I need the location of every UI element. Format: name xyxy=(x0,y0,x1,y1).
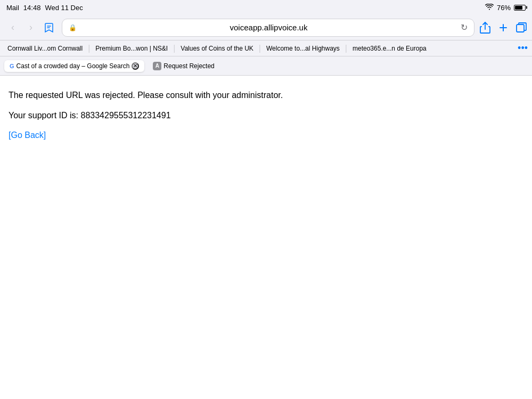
google-icon: G xyxy=(10,63,14,69)
reload-button[interactable]: ↻ xyxy=(461,22,468,32)
tab-label-search: Cast of a crowded day – Google Search xyxy=(17,62,130,70)
forward-button[interactable]: › xyxy=(23,20,38,35)
go-back-link[interactable]: [Go Back] xyxy=(9,131,46,140)
bookmark-coins[interactable]: Values of Coins of the UK xyxy=(177,44,257,53)
svg-rect-0 xyxy=(517,25,524,32)
bookmark-highways[interactable]: Welcome to...al Highways xyxy=(263,44,343,53)
a-badge-icon: A xyxy=(153,62,161,70)
browser-toolbar: ‹ › 🔒 voiceapp.allipvoice.uk ↻ xyxy=(0,15,532,40)
rejection-message: The requested URL was rejected. Please c… xyxy=(9,88,523,102)
page-content: The requested URL was rejected. Please c… xyxy=(0,76,532,161)
more-bookmarks-button[interactable]: ••• xyxy=(518,43,528,54)
support-id-value: 8833429555312231491 xyxy=(80,111,170,120)
tab-label-rejected: Request Rejected xyxy=(163,62,214,70)
bookmark-cornwall[interactable]: Cornwall Liv...om Cornwall xyxy=(4,44,86,53)
tab-close-search[interactable]: ✕ xyxy=(132,62,139,70)
new-tab-button[interactable] xyxy=(498,22,509,33)
status-date: Wed 11 Dec xyxy=(45,4,83,12)
status-bar: Mail 14:48 Wed 11 Dec 76% xyxy=(0,0,532,15)
back-button[interactable]: ‹ xyxy=(5,20,20,35)
tab-google-search[interactable]: G Cast of a crowded day – Google Search … xyxy=(4,60,144,72)
lock-icon: 🔒 xyxy=(69,24,77,31)
nav-buttons: ‹ › xyxy=(5,20,56,35)
status-time: 14:48 xyxy=(23,4,41,12)
address-bar[interactable]: 🔒 voiceapp.allipvoice.uk ↻ xyxy=(62,19,474,37)
battery-icon xyxy=(514,5,526,11)
share-button[interactable] xyxy=(480,22,490,34)
url-text: voiceapp.allipvoice.uk xyxy=(80,23,457,32)
bookmark-meteo[interactable]: meteo365.e...n de Europa xyxy=(349,44,430,53)
support-id-prefix: Your support ID is: xyxy=(9,111,80,120)
support-id-line: Your support ID is: 8833429555312231491 xyxy=(9,109,523,123)
tab-switcher-button[interactable] xyxy=(516,22,527,33)
status-app: Mail xyxy=(6,4,19,12)
bookmarks-bar: Cornwall Liv...om Cornwall | Premium Bo.… xyxy=(0,40,532,56)
battery-percent: 76% xyxy=(497,4,511,12)
toolbar-actions xyxy=(480,22,527,34)
bookmark-premium[interactable]: Premium Bo...won | NS&I xyxy=(92,44,171,53)
go-back-paragraph: [Go Back] xyxy=(9,128,523,142)
bookmarks-button[interactable] xyxy=(42,20,56,35)
tab-request-rejected[interactable]: A Request Rejected xyxy=(148,60,219,72)
tab-bar: G Cast of a crowded day – Google Search … xyxy=(0,56,532,76)
wifi-icon xyxy=(485,4,494,12)
